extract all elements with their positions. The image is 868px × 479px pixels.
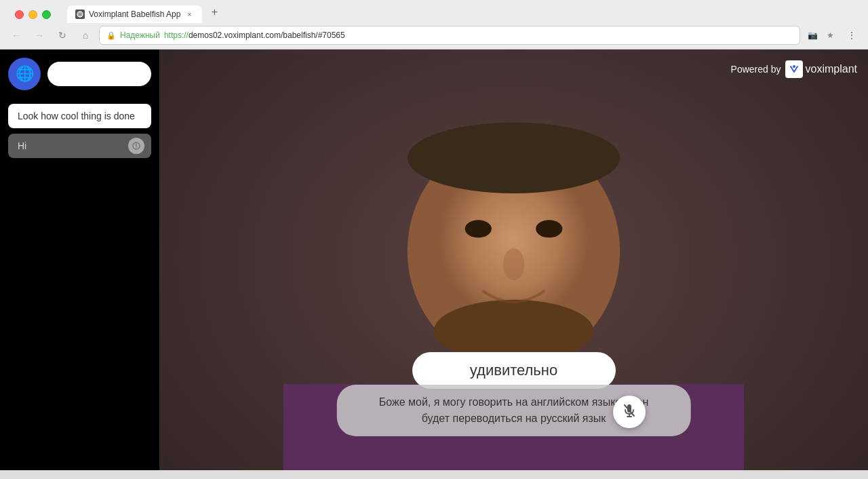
app-container: 🌐 Look how cool thing is done Hi: [0, 50, 868, 470]
chat-message-1: Look how cool thing is done: [8, 104, 151, 128]
language-globe-button[interactable]: 🌐: [8, 58, 41, 90]
browser-menu-button[interactable]: ⋮: [842, 26, 861, 45]
back-button[interactable]: ←: [7, 26, 26, 45]
active-tab[interactable]: Voximplant Babelfish App ×: [67, 5, 202, 23]
tab-close-button[interactable]: ×: [184, 9, 194, 19]
svg-point-13: [536, 220, 562, 237]
new-tab-button[interactable]: +: [205, 3, 224, 22]
bookmark-button[interactable]: ★: [822, 27, 838, 43]
mic-off-icon: [622, 403, 637, 421]
minimize-window-button[interactable]: [28, 10, 37, 19]
tab-bar: Voximplant Babelfish App × +: [59, 3, 232, 23]
address-bar[interactable]: 🔒 Надежный https://demos02.voximplant.co…: [99, 26, 800, 45]
lock-icon: 🔒: [106, 31, 116, 40]
powered-by-label: Powered by: [731, 64, 781, 75]
maximize-window-button[interactable]: [42, 10, 51, 19]
video-area: Powered by voximplant удивительно Боже м…: [159, 50, 868, 470]
globe-icon: 🌐: [16, 65, 34, 83]
chat-messages: Look how cool thing is done Hi: [8, 104, 151, 158]
svg-point-14: [503, 248, 524, 280]
svg-point-5: [136, 147, 137, 149]
vox-logo-icon: [785, 60, 803, 78]
traffic-lights: [7, 5, 59, 22]
browser-chrome: Voximplant Babelfish App × + ← → ↻ ⌂ 🔒 Н…: [0, 0, 868, 50]
svg-point-10: [408, 123, 620, 194]
sidebar-header: 🌐: [8, 58, 151, 90]
close-window-button[interactable]: [15, 10, 24, 19]
voximplant-brand-name: voximplant: [806, 63, 857, 75]
translation-primary: удивительно: [412, 352, 616, 389]
message-indicator: [128, 138, 144, 154]
microphone-button[interactable]: [613, 396, 646, 428]
home-button[interactable]: ⌂: [76, 26, 95, 45]
chat-message-2: Hi: [8, 134, 151, 158]
address-bar-row: ← → ↻ ⌂ 🔒 Надежный https://demos02.voxim…: [0, 23, 868, 49]
secure-label: Надежный: [120, 31, 160, 40]
sidebar: 🌐 Look how cool thing is done Hi: [0, 50, 159, 470]
address-bar-actions: 📷 ★: [804, 27, 838, 43]
message-text-2: Hi: [18, 140, 26, 151]
powered-by-badge: Powered by voximplant: [731, 60, 857, 78]
refresh-button[interactable]: ↻: [53, 26, 72, 45]
forward-button[interactable]: →: [30, 26, 49, 45]
url-path: demos02.voximplant.com/babelfish/#70565: [189, 31, 345, 40]
tab-favicon-icon: [75, 9, 85, 19]
svg-point-17: [793, 65, 795, 68]
svg-point-12: [465, 220, 492, 237]
message-text-1: Look how cool thing is done: [18, 111, 135, 121]
translation-secondary-text: Боже мой, я могу говорить на английском …: [379, 396, 649, 424]
language-selector[interactable]: [47, 62, 151, 86]
voximplant-logo: voximplant: [785, 60, 857, 78]
url-display: https://demos02.voximplant.com/babelfish…: [164, 31, 345, 40]
tab-title: Voximplant Babelfish App: [89, 9, 180, 19]
camera-button[interactable]: 📷: [804, 27, 821, 43]
url-https: https://: [164, 31, 189, 40]
translation-primary-text: удивительно: [470, 362, 557, 379]
